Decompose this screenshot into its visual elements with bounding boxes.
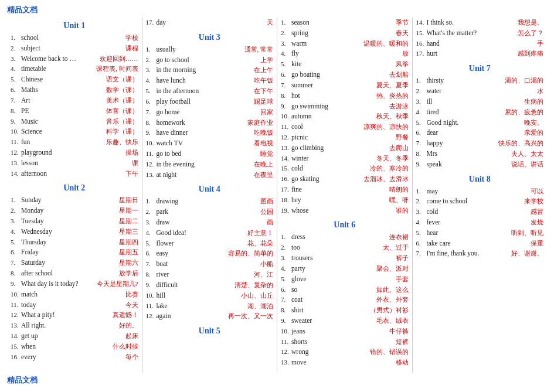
vocab-item: 18.hey嘿、呀 xyxy=(281,195,409,206)
vocab-en: I'm fine, thank you. xyxy=(427,248,509,259)
vocab-item: 2.Monday星期一 xyxy=(11,206,138,216)
vocab-item: 3.warm温暖的、暖和的 xyxy=(281,39,409,49)
vocab-zh: 踢足球 xyxy=(238,97,273,107)
vocab-en: day xyxy=(157,18,239,28)
vocab-list-col2-unit2: 1.usually通常, 常常2.go to school上学3.in the … xyxy=(146,45,274,180)
vocab-zh: 音乐（课） xyxy=(103,117,138,127)
vocab-list-col3-unit2: 1.dress连衣裙2.too太、过于3.trousers裤子4.party聚会… xyxy=(281,232,409,368)
vocab-num: 13. xyxy=(11,321,21,330)
vocab-zh: 秋天、秋季 xyxy=(373,111,409,121)
vocab-num: 4. xyxy=(281,264,291,274)
vocab-item: 1.usually通常, 常常 xyxy=(146,45,274,55)
vocab-zh: 去爬山 xyxy=(373,143,409,153)
vocab-zh: 什么时候 xyxy=(103,342,138,352)
vocab-en: Good night. xyxy=(427,118,509,128)
vocab-num: 18. xyxy=(281,195,291,205)
vocab-zh: 冬天、冬季 xyxy=(373,154,409,163)
vocab-zh: 操场 xyxy=(103,148,138,158)
vocab-en: again xyxy=(157,311,229,322)
vocab-en: draw xyxy=(157,217,239,228)
vocab-item: 1.school学校 xyxy=(11,33,138,43)
vocab-zh: 学校 xyxy=(103,33,138,43)
vocab-num: 8. xyxy=(281,305,291,315)
column-4: 14.I think so.我想是。15.What's the matter?怎… xyxy=(413,18,548,373)
vocab-num: 16. xyxy=(281,174,291,184)
vocab-num: 10. xyxy=(11,289,21,299)
vocab-num: 6. xyxy=(281,285,291,295)
content-columns: Unit 11.school学校2.subject课程3.Welcome bac… xyxy=(7,18,547,373)
vocab-zh: 科学（课） xyxy=(103,127,138,137)
vocab-item: 6.play football踢足球 xyxy=(146,97,274,107)
vocab-en: kite xyxy=(291,59,373,70)
vocab-zh: 放 xyxy=(373,49,409,59)
vocab-item: 7.Saturday星期六 xyxy=(11,258,138,268)
vocab-item: 6.so如此、这么 xyxy=(281,285,409,295)
vocab-zh: 睡觉 xyxy=(238,149,273,159)
vocab-num: 10. xyxy=(146,291,157,301)
vocab-zh: 星期三 xyxy=(103,227,138,237)
vocab-num: 11. xyxy=(281,122,291,132)
vocab-item: 4.Wednesday星期三 xyxy=(11,227,138,237)
vocab-num: 9. xyxy=(11,117,21,127)
vocab-item: 8.after school放学后 xyxy=(11,268,138,279)
vocab-en: boat xyxy=(157,259,239,270)
vocab-en: in the morning xyxy=(157,65,239,76)
vocab-en: PE xyxy=(21,106,103,117)
vocab-zh: 季节 xyxy=(373,18,409,28)
vocab-en: Science xyxy=(21,127,103,137)
vocab-en: fly xyxy=(291,49,373,59)
vocab-zh: 小船 xyxy=(238,259,273,269)
vocab-item: 15.when什么时候 xyxy=(11,342,138,352)
vocab-en: What a pity! xyxy=(21,310,103,321)
vocab-num: 7. xyxy=(416,248,427,258)
vocab-en: hot xyxy=(291,91,373,101)
vocab-en: match xyxy=(21,289,103,300)
vocab-en: get up xyxy=(21,331,103,342)
vocab-zh: 我想是。 xyxy=(508,18,543,28)
vocab-num: 2. xyxy=(146,207,157,217)
vocab-list-col1-unit1: 1.school学校2.subject课程3.Welcome back to …… xyxy=(11,33,138,179)
vocab-zh: 今天 xyxy=(103,300,138,310)
vocab-en: water xyxy=(427,86,509,97)
unit-title-unit-4: Unit 4 xyxy=(146,185,274,194)
vocab-zh: 星期四 xyxy=(103,237,138,247)
vocab-num: 3. xyxy=(281,39,291,49)
vocab-zh: 在夜里 xyxy=(238,170,273,180)
vocab-num: 10. xyxy=(281,326,291,336)
vocab-num: 7. xyxy=(281,80,291,90)
vocab-zh: 快乐的、高兴的 xyxy=(498,138,543,148)
watermark-bottom: 精品文档 xyxy=(7,375,547,386)
vocab-num: 17. xyxy=(416,49,427,59)
watermark-top: 精品文档 xyxy=(7,5,547,15)
vocab-num: 1. xyxy=(416,76,427,86)
vocab-item: 13.All right.好的。 xyxy=(11,321,138,331)
vocab-num: 3. xyxy=(281,253,291,263)
vocab-item: 5.flower花、花朵 xyxy=(146,238,274,249)
vocab-en: flower xyxy=(157,238,239,249)
vocab-item: 5.glove手套 xyxy=(281,274,409,285)
vocab-num: 4. xyxy=(416,217,427,227)
vocab-item: 11.cool凉爽的、凉快的 xyxy=(281,122,409,132)
vocab-zh: 课 xyxy=(103,158,138,168)
vocab-num: 12. xyxy=(281,347,291,357)
vocab-zh: 发烧 xyxy=(508,217,543,227)
vocab-item: 12.What a pity!真遗憾！ xyxy=(11,310,138,321)
vocab-num: 9. xyxy=(11,279,21,289)
vocab-en: usually xyxy=(157,45,239,55)
vocab-en: go swimming xyxy=(291,101,373,112)
vocab-item: 4.tired累的、疲惫的 xyxy=(416,107,544,118)
vocab-en: What's the matter? xyxy=(427,28,509,39)
vocab-zh: 课程表, 时间表 xyxy=(96,64,138,74)
vocab-item: 14.winter冬天、冬季 xyxy=(281,154,409,164)
vocab-zh: 来学校 xyxy=(508,196,543,206)
vocab-zh: 花、花朵 xyxy=(238,238,273,248)
vocab-en: whose xyxy=(291,206,373,216)
vocab-item: 7.I'm fine, thank you.好、谢谢。 xyxy=(416,248,544,259)
vocab-item: 9.difficult清楚、复杂的 xyxy=(146,280,274,291)
vocab-item: 10.autumn秋天、秋季 xyxy=(281,111,409,122)
vocab-zh: 聚会、派对 xyxy=(373,264,409,274)
vocab-en: hurt xyxy=(427,49,509,59)
vocab-zh: 上学 xyxy=(238,55,273,65)
vocab-en: picnic xyxy=(291,132,373,143)
vocab-list-col2-unit3: 1.drawing图画2.park公园3.draw画4.Good idea!好主… xyxy=(146,196,274,322)
